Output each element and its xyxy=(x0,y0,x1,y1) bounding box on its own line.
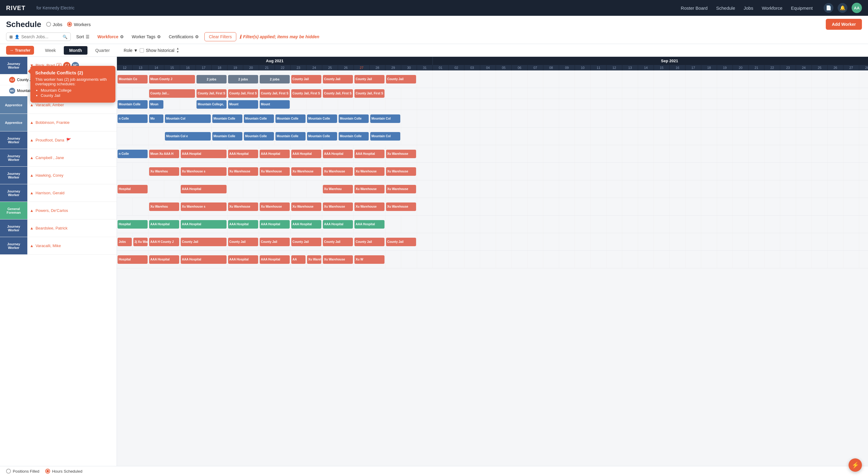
job-chip[interactable]: AAA Hospital xyxy=(149,220,179,229)
job-chip[interactable]: AAA Hospital xyxy=(228,220,258,229)
job-chip[interactable]: County Jail, First S xyxy=(323,89,353,98)
job-chip[interactable]: Moun Xu AAA H xyxy=(149,150,179,158)
job-chip[interactable]: Xu Warehouse xyxy=(386,202,416,211)
job-chip[interactable]: Mountain Colle xyxy=(307,132,337,140)
job-chip[interactable]: Xu Warehouse xyxy=(354,167,384,176)
job-chip[interactable]: Xu Warehouse xyxy=(291,167,321,176)
job-chip[interactable]: Xu Warehouse xyxy=(323,255,353,264)
worker-info-varacalli-mike[interactable]: ▲ Varacalli, Mike xyxy=(27,237,117,254)
job-chip[interactable]: Mountain Colle xyxy=(212,132,242,140)
job-chip[interactable]: 2 jobs xyxy=(260,75,290,84)
job-chip[interactable]: 2 jobs xyxy=(228,75,258,84)
job-chip[interactable]: County Jail, First S xyxy=(354,89,384,98)
job-chip[interactable]: AAA Hospital xyxy=(354,220,384,229)
add-worker-button[interactable]: Add Worker xyxy=(826,19,862,30)
job-chip[interactable]: Xu Warehouse xyxy=(260,167,290,176)
job-chip[interactable]: Xu Warehouse xyxy=(386,185,416,193)
job-chip[interactable]: AAA Hospital xyxy=(260,255,290,264)
job-chip[interactable]: Xu Warehouse xyxy=(260,202,290,211)
job-chip[interactable]: Mountain Col xyxy=(165,115,211,123)
job-chip[interactable]: Mountain Colle xyxy=(276,115,306,123)
job-chip[interactable]: Moun County J xyxy=(149,75,195,84)
nav-schedule[interactable]: Schedule xyxy=(716,5,735,11)
job-chip[interactable]: 2 jobs xyxy=(196,75,226,84)
job-chip[interactable]: Xu Warehouse xyxy=(291,202,321,211)
job-chip[interactable]: AAA Hospital xyxy=(260,220,290,229)
positions-filled-radio[interactable] xyxy=(6,469,11,474)
job-chip[interactable]: AAA Hospital xyxy=(323,220,353,229)
job-chip[interactable]: Mountain Col xyxy=(370,115,400,123)
job-chip[interactable]: Mountain Colle xyxy=(339,132,369,140)
job-chip[interactable]: AAA Hospital xyxy=(323,150,353,158)
user-avatar[interactable]: AA xyxy=(851,3,862,13)
job-chip[interactable]: County Jail xyxy=(323,75,353,84)
job-chip[interactable]: County Jail, First S xyxy=(291,89,321,98)
job-chip[interactable]: Mountain Colle xyxy=(307,115,337,123)
job-chip[interactable]: Xu Warehou xyxy=(149,167,179,176)
bell-icon[interactable]: 🔔 xyxy=(838,3,847,13)
job-chip[interactable]: AAA Hospital xyxy=(181,185,226,193)
job-chip[interactable]: AAA Hospital xyxy=(149,255,179,264)
job-chip[interactable]: Xu Warel xyxy=(307,255,321,264)
job-chip[interactable]: Xu Warehouse xyxy=(386,150,416,158)
job-chip[interactable]: n Colle xyxy=(118,115,148,123)
show-historical-checkbox[interactable] xyxy=(140,48,144,53)
job-chip[interactable]: County Jail, First S xyxy=(228,89,258,98)
job-chip[interactable]: County Jail xyxy=(386,75,416,84)
job-chip[interactable]: County Jail xyxy=(228,238,258,246)
job-chip[interactable]: Xu Warehouse s xyxy=(181,167,226,176)
job-chip[interactable]: Mountain Col e xyxy=(165,132,211,140)
job-chip[interactable]: Xu Warehouse xyxy=(228,167,258,176)
worker-info-hawking[interactable]: ▲ Hawking, Corey xyxy=(27,167,117,184)
job-chip[interactable]: Hospital xyxy=(118,185,148,193)
worker-info-harrison[interactable]: ▲ Harrison, Gerald xyxy=(27,184,117,201)
job-chip[interactable]: Mountain Colle xyxy=(276,132,306,140)
tab-week[interactable]: Week xyxy=(39,46,61,55)
clear-filters-button[interactable]: Clear Filters xyxy=(205,32,236,41)
job-chip[interactable]: AAA Hospital xyxy=(228,255,258,264)
job-chip[interactable]: County Jail xyxy=(323,238,353,246)
job-chip[interactable]: n Colle xyxy=(118,150,148,158)
job-chip[interactable]: Mo xyxy=(149,115,163,123)
search-input[interactable] xyxy=(21,34,61,39)
job-chip[interactable]: Xu Warehou xyxy=(149,202,179,211)
job-chip[interactable]: AAA Hospital xyxy=(228,150,258,158)
job-chip[interactable]: County Jail xyxy=(181,238,226,246)
certifications-filter[interactable]: Certifications ⚙ xyxy=(166,33,202,41)
job-chip[interactable]: Mount xyxy=(260,100,290,109)
transfer-button[interactable]: ↔ Transfer xyxy=(6,46,34,55)
job-chip[interactable]: Xu Warehouse xyxy=(323,167,353,176)
job-chip[interactable]: AAA Hospital xyxy=(181,220,226,229)
job-chip[interactable]: Mountain Co xyxy=(118,75,148,84)
job-chip[interactable]: AAA Hospital xyxy=(181,255,226,264)
nav-equipment[interactable]: Equipment xyxy=(791,5,813,11)
job-chip[interactable]: AAA Hospital xyxy=(291,220,321,229)
sort-filter[interactable]: Sort ☰ xyxy=(74,33,92,41)
worker-tags-filter[interactable]: Worker Tags ⚙ xyxy=(129,33,163,41)
job-chip[interactable]: Mount xyxy=(228,100,258,109)
job-chip[interactable]: Mountain Colle xyxy=(244,115,274,123)
worker-info-campbell[interactable]: ▲ Campbell , Jane xyxy=(27,149,117,166)
nav-roster-board[interactable]: Roster Board xyxy=(681,5,708,11)
job-chip[interactable]: 2j Xu Warel AA xyxy=(133,238,148,246)
nav-workforce[interactable]: Workforce xyxy=(762,5,782,11)
show-historical-toggle[interactable]: Show historical ▲ ▼ xyxy=(140,47,179,54)
job-chip[interactable]: County Jail... xyxy=(149,89,195,98)
role-select[interactable]: Role ▼ xyxy=(124,48,138,53)
job-chip[interactable]: County Jail xyxy=(291,75,321,84)
job-chip[interactable]: AAA H County J xyxy=(149,238,179,246)
worker-info-proudfoot[interactable]: ▲ Proudfoot, Dana 🚩 xyxy=(27,131,117,149)
nav-jobs[interactable]: Jobs xyxy=(744,5,753,11)
job-chip[interactable]: Mountain Col xyxy=(370,132,400,140)
flash-button[interactable]: ⚡ xyxy=(848,458,862,472)
worker-info-powers[interactable]: ▲ Powers, De'Carlos xyxy=(27,202,117,219)
tab-month[interactable]: Month xyxy=(64,46,88,55)
job-chip[interactable]: Xu Warehouse s xyxy=(181,202,226,211)
workforce-filter[interactable]: Workforce ⚙ xyxy=(95,33,126,41)
job-chip[interactable]: Hospital xyxy=(118,220,148,229)
job-chip[interactable]: Moun xyxy=(149,100,163,109)
hours-scheduled-radio[interactable] xyxy=(45,469,50,474)
job-chip[interactable]: AAA Hospital xyxy=(260,150,290,158)
job-chip[interactable]: Mountain Colle xyxy=(339,115,369,123)
search-magnifier-icon[interactable]: 🔍 xyxy=(63,35,67,39)
